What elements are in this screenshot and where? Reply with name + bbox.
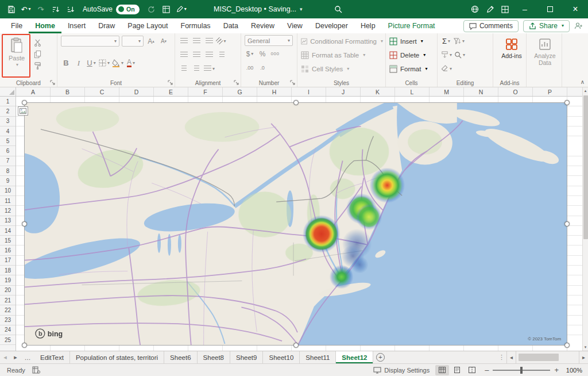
- autosum-button[interactable]: Σ▾: [441, 36, 451, 47]
- column-header[interactable]: A: [16, 87, 51, 96]
- column-header[interactable]: D: [119, 87, 154, 96]
- hscroll-left-arrow[interactable]: ◂: [506, 351, 516, 363]
- copy-button[interactable]: [32, 49, 42, 59]
- row-header[interactable]: 22: [0, 305, 16, 315]
- ribbon-tab[interactable]: Data: [217, 18, 245, 33]
- align-right-button[interactable]: [204, 50, 214, 60]
- pen-tool-button[interactable]: ▾: [174, 2, 189, 17]
- column-header[interactable]: H: [257, 87, 292, 96]
- sort-filter-button[interactable]: ▾: [454, 36, 465, 47]
- row-header[interactable]: 25: [0, 335, 16, 345]
- page-layout-view-button[interactable]: [450, 365, 464, 375]
- grow-font-button[interactable]: A▴: [146, 36, 156, 47]
- zoom-slider-thumb[interactable]: [520, 367, 523, 374]
- page-break-view-button[interactable]: [465, 365, 479, 375]
- column-header[interactable]: N: [464, 87, 498, 96]
- sheet-tab[interactable]: EditText: [34, 351, 70, 363]
- row-header[interactable]: 15: [0, 236, 16, 245]
- row-header[interactable]: 10: [0, 186, 16, 196]
- column-header[interactable]: K: [361, 87, 395, 96]
- number-dialog-launcher[interactable]: [290, 80, 296, 86]
- clipboard-dialog-launcher[interactable]: [50, 80, 56, 86]
- bold-button[interactable]: B: [61, 58, 71, 68]
- ribbon-tab[interactable]: Draw: [92, 18, 121, 33]
- shrink-font-button[interactable]: A▾: [158, 36, 169, 47]
- find-select-button[interactable]: ▾: [454, 50, 465, 60]
- search-button[interactable]: [331, 2, 346, 17]
- zoom-out-button[interactable]: –: [485, 366, 489, 374]
- ribbon-tab[interactable]: Insert: [61, 18, 92, 33]
- resize-handle-top-left[interactable]: [22, 100, 27, 105]
- column-header[interactable]: L: [395, 87, 430, 96]
- format-cells-button[interactable]: Format ▾: [389, 63, 435, 75]
- font-name-select[interactable]: ▾: [61, 36, 119, 47]
- sheet-tab[interactable]: Population of states, territori: [70, 351, 164, 363]
- format-painter-button[interactable]: [32, 60, 42, 71]
- macro-record-icon[interactable]: [32, 366, 40, 374]
- decrease-indent-button[interactable]: [179, 64, 189, 74]
- increase-decimal-button[interactable]: .00: [245, 63, 255, 73]
- horizontal-scrollbar[interactable]: ◂ ▸: [506, 351, 588, 363]
- column-header[interactable]: P: [533, 87, 567, 96]
- ribbon-tab[interactable]: Picture Format: [382, 18, 442, 33]
- network-button[interactable]: [467, 2, 482, 17]
- alignment-dialog-launcher[interactable]: [234, 80, 239, 86]
- row-header[interactable]: 7: [0, 156, 16, 166]
- row-header[interactable]: 19: [0, 275, 16, 285]
- sheet-tab[interactable]: Sheet9: [230, 351, 263, 363]
- sort-descending-button[interactable]: [63, 2, 78, 17]
- column-header[interactable]: M: [430, 87, 464, 96]
- ribbon-tab[interactable]: Review: [245, 18, 281, 33]
- row-header[interactable]: 24: [0, 325, 16, 335]
- sheet-tab[interactable]: Sheet6: [164, 351, 197, 363]
- resize-handle-bottom[interactable]: [293, 343, 299, 348]
- zoom-value[interactable]: 100%: [563, 367, 582, 374]
- row-header[interactable]: 16: [0, 245, 16, 255]
- zoom-in-button[interactable]: +: [554, 366, 559, 374]
- undo-button[interactable]: ↶▾: [18, 2, 33, 17]
- orientation-button[interactable]: ▾: [216, 36, 227, 47]
- column-header[interactable]: I: [292, 87, 326, 96]
- resize-handle-right[interactable]: [564, 221, 570, 227]
- row-header[interactable]: 17: [0, 256, 16, 266]
- align-middle-button[interactable]: [191, 36, 202, 47]
- column-header[interactable]: O: [498, 87, 533, 96]
- comments-button[interactable]: Comments: [463, 20, 519, 32]
- column-header[interactable]: E: [154, 87, 188, 96]
- conditional-formatting-button[interactable]: Conditional Formatting ▾: [301, 35, 383, 47]
- row-header[interactable]: 20: [0, 286, 16, 296]
- cell-grid[interactable]: b bing © 2023 TomTom: [16, 97, 588, 351]
- row-header[interactable]: 2: [0, 106, 16, 116]
- clear-button[interactable]: ▾: [441, 64, 452, 74]
- column-header[interactable]: B: [51, 87, 85, 96]
- refresh-button[interactable]: [144, 2, 159, 17]
- document-title-button[interactable]: MISC_Desktop • Saving... ▾: [214, 0, 303, 18]
- row-header[interactable]: 11: [0, 196, 16, 206]
- insert-cells-button[interactable]: Insert ▾: [389, 35, 435, 47]
- accounting-format-button[interactable]: $▾: [245, 49, 255, 59]
- row-header[interactable]: 4: [0, 126, 16, 136]
- increase-indent-button[interactable]: [191, 64, 202, 74]
- ribbon-tab[interactable]: Home: [29, 18, 61, 33]
- ribbon-tab[interactable]: Formulas: [175, 18, 217, 33]
- ribbon-tab[interactable]: Developer: [309, 18, 354, 33]
- ribbon-tab[interactable]: Help: [354, 18, 382, 33]
- vertical-scrollbar[interactable]: ▴ ▾: [582, 87, 588, 351]
- sort-ascending-button[interactable]: [48, 2, 63, 17]
- comma-style-button[interactable]: 000: [270, 49, 280, 59]
- collapse-ribbon-chevron[interactable]: ∧: [581, 79, 585, 85]
- sheet-tab[interactable]: Sheet10: [263, 351, 300, 363]
- row-header[interactable]: 6: [0, 146, 16, 156]
- close-button[interactable]: ×: [563, 0, 588, 18]
- row-header[interactable]: 5: [0, 136, 16, 146]
- grid-tool-button[interactable]: [497, 2, 512, 17]
- fill-color-button[interactable]: ▾: [112, 58, 123, 68]
- row-header[interactable]: 12: [0, 206, 16, 216]
- redo-button[interactable]: ↷: [33, 2, 48, 17]
- percent-style-button[interactable]: %: [257, 49, 268, 59]
- column-header[interactable]: C: [85, 87, 119, 96]
- save-button[interactable]: [3, 2, 18, 17]
- column-header[interactable]: J: [326, 87, 361, 96]
- row-header[interactable]: 1: [0, 97, 16, 106]
- sheet-tab[interactable]: Sheet8: [198, 351, 230, 363]
